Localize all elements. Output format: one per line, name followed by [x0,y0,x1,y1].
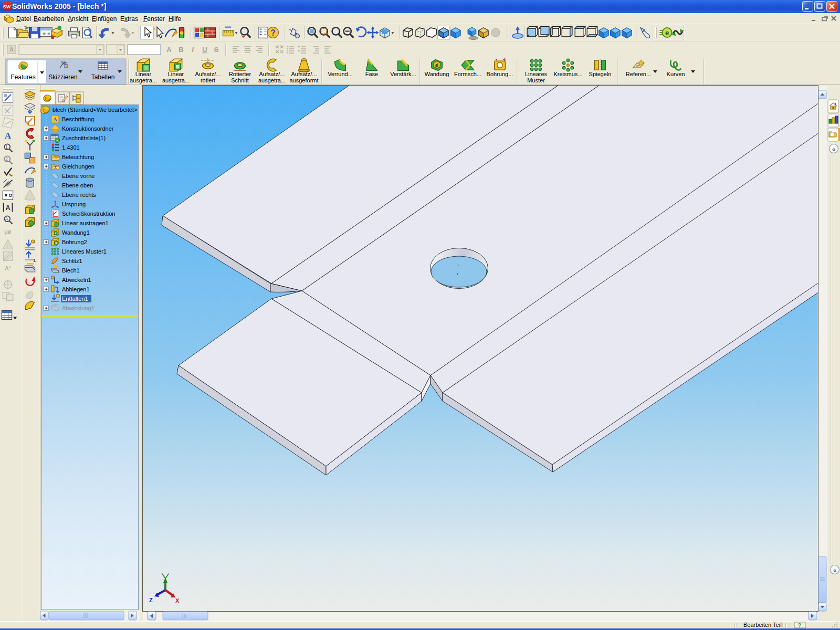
svg-text:SW: SW [3,4,11,9]
svg-text:?: ? [798,623,801,628]
svg-text:Bearbeiten Teil: Bearbeiten Teil [743,622,782,628]
svg-text:«: « [833,567,836,573]
svg-text:«: « [832,146,835,152]
